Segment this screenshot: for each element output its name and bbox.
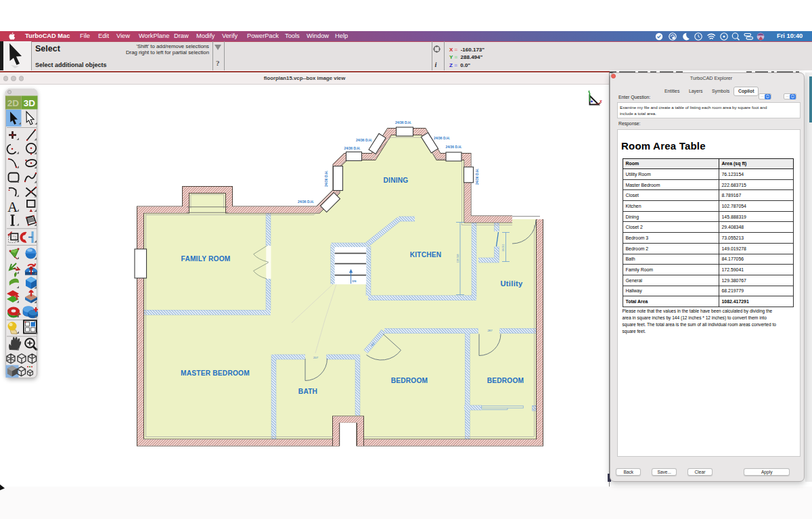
svg-text:x: x	[599, 99, 602, 104]
svg-text:36.051: 36.051	[502, 244, 505, 252]
svg-text:DINING: DINING	[384, 177, 409, 184]
svg-text:24/36 D.H.: 24/36 D.H.	[356, 138, 373, 142]
svg-text:207: 207	[313, 356, 319, 359]
svg-text:BATH: BATH	[298, 388, 317, 395]
svg-text:KITCHEN: KITCHEN	[410, 251, 442, 258]
svg-text:3D: 3D	[23, 98, 35, 108]
svg-text:2D: 2D	[7, 98, 19, 108]
svg-text:FAMILY ROOM: FAMILY ROOM	[181, 255, 231, 263]
svg-text:MASTER BEDROOM: MASTER BEDROOM	[181, 369, 250, 377]
svg-text:Utility: Utility	[500, 279, 523, 288]
svg-text:A: A	[7, 199, 18, 215]
svg-text:BEDROOM: BEDROOM	[391, 377, 428, 384]
svg-text:24/36 D.H.: 24/36 D.H.	[344, 146, 361, 150]
svg-text:128.748: 128.748	[457, 254, 459, 263]
svg-text:24/36 D.H.: 24/36 D.H.	[395, 120, 412, 125]
svg-text:287: 287	[488, 329, 493, 332]
svg-text:24/36 D.H.: 24/36 D.H.	[446, 145, 463, 149]
svg-text:24/36 D.H.: 24/36 D.H.	[475, 168, 479, 185]
svg-text:DN: DN	[353, 279, 357, 283]
svg-text:BEDROOM: BEDROOM	[487, 377, 524, 384]
svg-text:24/36 D.H.: 24/36 D.H.	[324, 170, 328, 187]
svg-text:24/36 D.H.: 24/36 D.H.	[298, 200, 315, 204]
svg-text:24/36 D.H.: 24/36 D.H.	[434, 136, 451, 140]
